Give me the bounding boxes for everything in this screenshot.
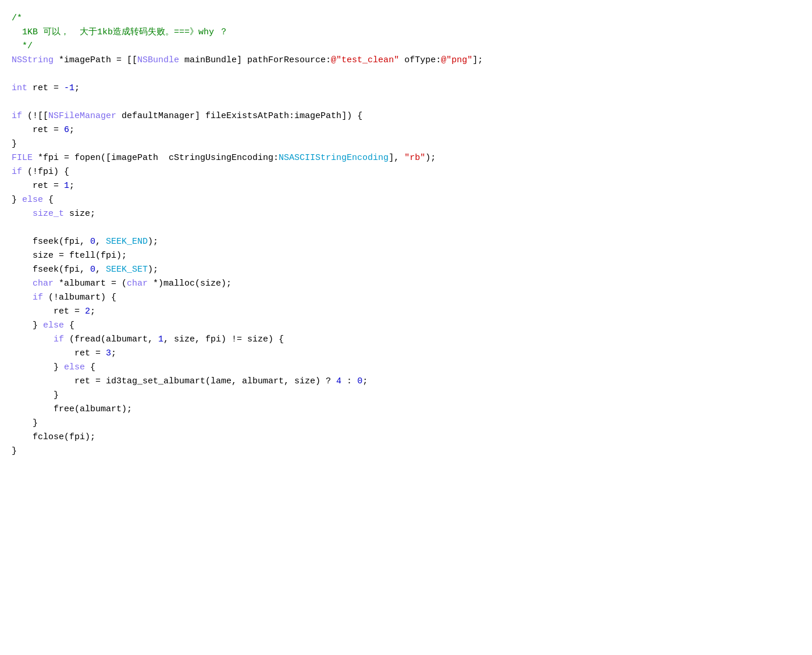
code-line: if (fread(albumart, 1, size, fpi) != siz… [12, 333, 800, 347]
code-token-const: SEEK_END [106, 237, 148, 247]
code-line: if (!fpi) { [12, 165, 800, 179]
code-line: NSString *imagePath = [[NSBundle mainBun… [12, 54, 800, 67]
code-token-plain: ; [90, 307, 95, 316]
code-token-plain: ret = [12, 125, 64, 135]
code-token-number: 0 [90, 265, 95, 275]
code-token-keyword: if [12, 334, 64, 344]
code-token-plain: } [12, 390, 59, 400]
code-block: /* 1KB 可以， 大于1kb造成转码失败。===》why ？ */NSStr… [12, 12, 800, 458]
code-token-number: 3 [106, 348, 111, 358]
code-token-number: 4 [336, 376, 341, 386]
code-line: ret = 3; [12, 347, 800, 361]
code-token-comment: */ [12, 41, 33, 51]
code-line: fseek(fpi, 0, SEEK_END); [12, 235, 800, 249]
code-token-plain: { [85, 362, 95, 372]
code-token-number: 2 [85, 307, 90, 316]
code-token-plain: ], [389, 153, 404, 163]
code-token-plain: size = ftell(fpi); [12, 251, 127, 261]
code-token-plain: } [12, 362, 64, 372]
code-token-plain: ; [111, 348, 116, 358]
code-line: fseek(fpi, 0, SEEK_SET); [12, 263, 800, 277]
code-token-number: 1 [158, 334, 163, 344]
code-token-plain: ; [69, 125, 74, 135]
code-token-plain: fclose(fpi); [12, 432, 95, 442]
code-token-plain: } [12, 418, 38, 428]
code-token-plain: { [43, 195, 54, 205]
code-token-plain: (!albumart) { [43, 293, 116, 302]
code-token-keyword: if [12, 111, 22, 121]
code-token-plain: ; [74, 83, 80, 93]
code-line: size_t size; [12, 207, 800, 221]
code-line: ret = 1; [12, 179, 800, 193]
code-token-plain: (fread(albumart, [64, 334, 158, 344]
code-token-keyword: int [12, 83, 27, 93]
code-token-plain: , [95, 237, 106, 247]
code-token-nstype: NSFileManager [48, 111, 116, 121]
code-line [12, 221, 800, 235]
code-token-plain: : [341, 376, 357, 386]
code-token-plain: ret = [12, 348, 106, 358]
code-line: size = ftell(fpi); [12, 249, 800, 263]
code-token-plain: ret = [12, 307, 85, 316]
code-line: } [12, 389, 800, 403]
code-token-plain: (!fpi) { [22, 167, 69, 177]
code-token-plain: ret = [12, 181, 64, 191]
code-line: ret = 6; [12, 123, 800, 137]
code-token-plain: , size, fpi) != size) { [163, 334, 284, 344]
code-token-keyword: if [12, 293, 43, 302]
code-line: } else { [12, 319, 800, 333]
code-token-number: 1 [64, 181, 69, 191]
code-token-keyword: else [22, 195, 43, 205]
code-token-plain: , [95, 265, 106, 275]
code-line: char *albumart = (char *)malloc(size); [12, 277, 800, 291]
code-token-plain: *)malloc(size); [148, 279, 232, 289]
code-token-plain: ofType: [399, 55, 441, 65]
code-token-keyword: else [43, 321, 64, 330]
code-token-type: FILE [12, 153, 33, 163]
code-token-plain: free(albumart); [12, 404, 132, 414]
code-token-plain: ret = id3tag_set_albumart(lame, albumart… [12, 376, 336, 386]
code-token-nstype: NSBundle [137, 55, 179, 65]
code-token-plain: ]; [472, 55, 483, 65]
code-token-const: NSASCIIStringEncoding [279, 153, 389, 163]
code-token-string: @"test_clean" [331, 55, 399, 65]
code-token-string: @"png" [441, 55, 472, 65]
code-line: free(albumart); [12, 403, 800, 417]
code-token-plain: ret = [27, 83, 64, 93]
code-line: ret = 2; [12, 305, 800, 319]
code-token-comment: 1KB 可以， 大于1kb造成转码失败。===》why ？ [12, 27, 228, 37]
code-line: FILE *fpi = fopen([imagePath cStringUsin… [12, 151, 800, 165]
code-token-number: 0 [357, 376, 362, 386]
code-line: if (![[NSFileManager defaultManager] fil… [12, 109, 800, 123]
code-token-plain: fseek(fpi, [12, 237, 90, 247]
code-token-plain: } [12, 446, 17, 456]
code-token-plain: fseek(fpi, [12, 265, 90, 275]
code-token-type: char [12, 279, 54, 289]
code-line: /* [12, 12, 800, 26]
code-token-plain: size; [64, 209, 95, 219]
code-line: 1KB 可以， 大于1kb造成转码失败。===》why ？ [12, 26, 800, 40]
code-line: } [12, 137, 800, 151]
code-token-plain: } [12, 195, 22, 205]
code-token-number: 0 [90, 237, 95, 247]
code-token-type: size_t [12, 209, 64, 219]
code-token-plain: *albumart = ( [54, 279, 127, 289]
code-token-nstype: NSString [12, 55, 54, 65]
code-token-plain: ); [148, 237, 158, 247]
code-token-plain: *imagePath = [[ [54, 55, 137, 65]
code-token-keyword: else [64, 362, 85, 372]
code-line: } else { [12, 361, 800, 375]
code-token-plain: ; [362, 376, 368, 386]
code-token-comment: /* [12, 13, 22, 23]
code-token-plain: ; [69, 181, 74, 191]
code-container: /* 1KB 可以， 大于1kb造成转码失败。===》why ？ */NSStr… [0, 0, 812, 655]
code-line: int ret = -1; [12, 81, 800, 95]
code-line [12, 95, 800, 109]
code-token-plain: ); [148, 265, 158, 275]
code-line: } [12, 444, 800, 458]
code-token-number: -1 [64, 83, 74, 93]
code-token-plain: } [12, 321, 43, 330]
code-token-const: SEEK_SET [106, 265, 148, 275]
code-token-keyword: if [12, 167, 22, 177]
code-line: if (!albumart) { [12, 291, 800, 305]
